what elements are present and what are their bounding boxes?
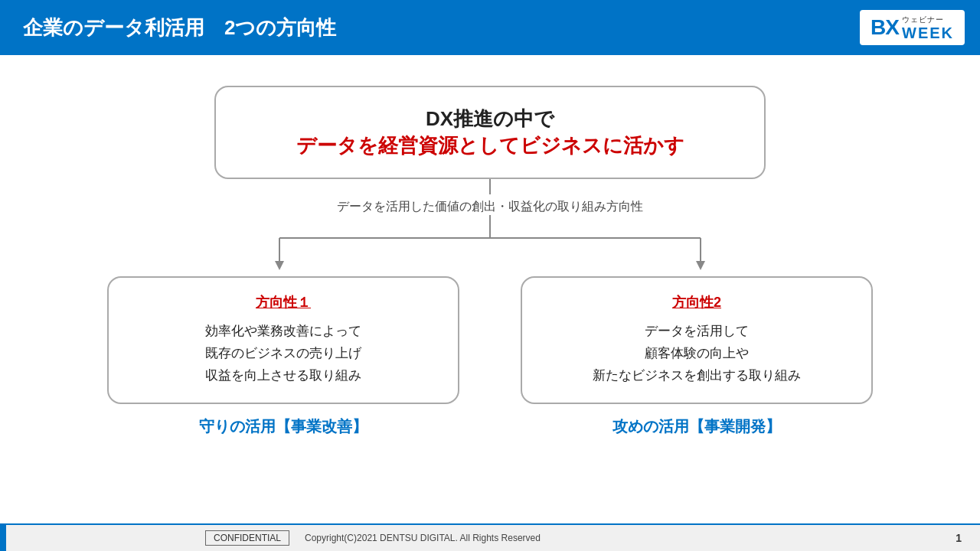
footer: CONFIDENTIAL Copyright(C)2021 DENTSU DIG… xyxy=(0,523,980,551)
right-box-line2: 顧客体験の向上や xyxy=(545,343,848,365)
copyright-text: Copyright(C)2021 DENTSU DIGITAL. All Rig… xyxy=(305,533,956,543)
left-box: 方向性１ 効率化や業務改善によって 既存のビジネスの売り上げ 収益を向上させる取… xyxy=(107,276,459,404)
page-number: 1 xyxy=(956,532,962,544)
top-box: DX推進の中で データを経営資源としてビジネスに活かす xyxy=(214,86,766,179)
svg-marker-5 xyxy=(275,261,284,270)
left-box-line2: 既存のビジネスの売り上げ xyxy=(132,343,435,365)
right-box-content: データを活用して 顧客体験の向上や 新たなビジネスを創出する取り組み xyxy=(545,321,848,387)
logo-bx-text: BX xyxy=(871,15,899,40)
logo-webinar-text: ウェビナー xyxy=(902,15,944,25)
logo-week-container: ウェビナー WEEK xyxy=(902,15,954,41)
left-box-content: 効率化や業務改善によって 既存のビジネスの売り上げ 収益を向上させる取り組み xyxy=(132,321,435,387)
page-title: 企業のデータ利活用 2つの方向性 xyxy=(23,15,336,41)
footer-accent xyxy=(0,525,6,551)
header: 企業のデータ利活用 2つの方向性 BX ウェビナー WEEK xyxy=(0,0,980,55)
tree-lines-svg xyxy=(145,215,835,276)
left-box-line1: 効率化や業務改善によって xyxy=(132,321,435,343)
logo: BX ウェビナー WEEK xyxy=(860,10,965,45)
right-box: 方向性2 データを活用して 顧客体験の向上や 新たなビジネスを創出する取り組み xyxy=(521,276,873,404)
right-box-title: 方向性2 xyxy=(545,293,848,311)
main-content: DX推進の中で データを経営資源としてビジネスに活かす データを活用した価値の創… xyxy=(0,55,980,452)
top-box-line1: DX推進の中で xyxy=(262,106,718,132)
right-box-line3: 新たなビジネスを創出する取り組み xyxy=(545,365,848,387)
bottom-row: 方向性１ 効率化や業務改善によって 既存のビジネスの売り上げ 収益を向上させる取… xyxy=(69,276,911,404)
connector-label: データを活用した価値の創出・収益化の取り組み方向性 xyxy=(337,199,643,215)
right-box-line1: データを活用して xyxy=(545,321,848,343)
left-label: 守りの活用【事業改善】 xyxy=(107,416,459,437)
vertical-line-top xyxy=(489,179,491,194)
right-label: 攻めの活用【事業開発】 xyxy=(521,416,873,437)
top-box-line2: データを経営資源としてビジネスに活かす xyxy=(262,132,718,159)
connector-area: データを活用した価値の創出・収益化の取り組み方向性 xyxy=(214,179,766,276)
svg-marker-6 xyxy=(696,261,705,270)
left-box-title: 方向性１ xyxy=(132,293,435,311)
confidential-badge: CONFIDENTIAL xyxy=(205,530,289,546)
logo-week-text: WEEK xyxy=(902,25,954,41)
bottom-labels: 守りの活用【事業改善】 攻めの活用【事業開発】 xyxy=(69,416,911,437)
left-box-line3: 収益を向上させる取り組み xyxy=(132,365,435,387)
